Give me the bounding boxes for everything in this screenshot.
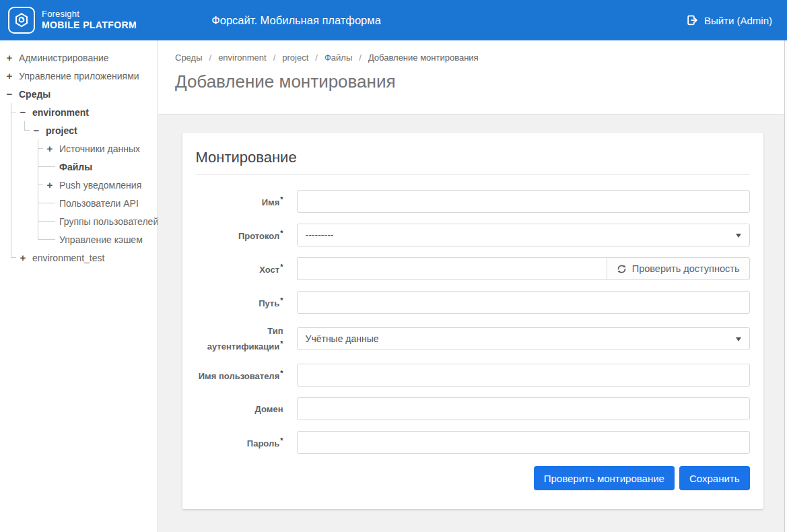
- save-button[interactable]: Сохранить: [679, 466, 750, 490]
- header-bar: Foresight MOBILE PLATFORM Форсайт. Мобил…: [0, 0, 787, 40]
- form-actions: Проверить монтирование Сохранить: [196, 466, 750, 490]
- plus-icon[interactable]: +: [46, 180, 54, 190]
- tree-label[interactable]: Источники данных: [59, 143, 140, 154]
- form-row-username: Имя пользователя*: [196, 364, 750, 387]
- required-marker: *: [280, 339, 283, 347]
- form-row-host: Хост*: [196, 257, 750, 280]
- domain-input[interactable]: [297, 397, 750, 420]
- tree-node-api-users: Пользователи API: [46, 194, 153, 212]
- minus-icon[interactable]: −: [5, 89, 13, 99]
- vertical-scrollbar[interactable]: [784, 40, 787, 532]
- tree-label[interactable]: Среды: [19, 89, 50, 100]
- heading-divider: [196, 174, 750, 175]
- tree-label[interactable]: Файлы: [59, 162, 92, 172]
- required-marker: *: [280, 369, 283, 377]
- auth-type-select-value: Учётные данные: [306, 333, 379, 344]
- tree-label[interactable]: Администрирование: [19, 53, 109, 63]
- logo-line2: MOBILE PLATFORM: [42, 20, 137, 32]
- app-logo[interactable]: Foresight MOBILE PLATFORM: [8, 7, 137, 34]
- plus-icon[interactable]: +: [5, 71, 13, 81]
- dropdown-arrow-icon: [736, 234, 741, 238]
- plus-icon[interactable]: +: [46, 143, 54, 154]
- form-row-protocol: Протокол* ---------: [196, 224, 750, 246]
- host-label: Хост*: [196, 261, 283, 277]
- tree-row-cache-management[interactable]: Управление кэшем: [46, 230, 153, 248]
- auth-type-select[interactable]: Учётные данные: [297, 327, 750, 350]
- foresight-logo-icon: [8, 7, 35, 34]
- main-content: Среды / environment / project / Файлы / …: [158, 40, 787, 532]
- protocol-select-value: ---------: [306, 230, 334, 240]
- form-row-domain: Домен: [196, 397, 750, 420]
- protocol-select[interactable]: ---------: [297, 224, 750, 246]
- breadcrumb-item-files[interactable]: Файлы: [324, 53, 352, 63]
- tree-row-files[interactable]: Файлы: [46, 158, 153, 176]
- tree-label[interactable]: Управление кэшем: [59, 234, 143, 245]
- tree-row-environment-test[interactable]: + environment_test: [19, 248, 153, 267]
- tree-label[interactable]: environment_test: [32, 253, 104, 263]
- tree-node-environment: − environment − project: [19, 103, 153, 248]
- tree-label[interactable]: Push уведомления: [59, 180, 141, 191]
- tree-node-environment-test: + environment_test: [19, 248, 153, 267]
- check-mount-button[interactable]: Проверить монтирование: [534, 466, 675, 490]
- app-window: Foresight MOBILE PLATFORM Форсайт. Мобил…: [0, 0, 787, 532]
- breadcrumb-item-project[interactable]: project: [282, 53, 308, 63]
- name-input[interactable]: [297, 190, 750, 213]
- mount-form-card: Монтирование Имя* Протокол* ---------: [182, 133, 763, 509]
- logout-button[interactable]: Выйти (Admin): [687, 15, 772, 26]
- check-availability-label: Проверить доступность: [632, 263, 740, 274]
- tree-label[interactable]: Пользователи API: [59, 198, 139, 209]
- nav-tree: + Администрирование + Управление приложе…: [0, 40, 158, 267]
- username-input[interactable]: [297, 364, 750, 387]
- form-row-name: Имя*: [196, 190, 750, 213]
- minus-icon[interactable]: −: [19, 107, 27, 117]
- name-label: Имя*: [196, 194, 283, 209]
- tree-label[interactable]: environment: [32, 107, 89, 118]
- breadcrumb-item-current: Добавление монтирования: [368, 53, 479, 63]
- required-marker: *: [280, 436, 283, 444]
- breadcrumb-separator: /: [315, 53, 318, 63]
- check-availability-button[interactable]: Проверить доступность: [607, 257, 750, 280]
- path-input[interactable]: [297, 291, 750, 314]
- minus-icon[interactable]: −: [32, 125, 40, 135]
- app-title: Форсайт. Мобильная платформа: [211, 14, 381, 27]
- tree-label[interactable]: Группы пользователей: [59, 216, 158, 227]
- tree-row-api-users[interactable]: Пользователи API: [46, 194, 153, 212]
- logo-line1: Foresight: [42, 9, 137, 20]
- required-marker: *: [280, 263, 283, 271]
- tree-row-push-notifications[interactable]: + Push уведомления: [46, 176, 153, 194]
- breadcrumb: Среды / environment / project / Файлы / …: [175, 53, 787, 63]
- breadcrumb-separator: /: [359, 53, 362, 63]
- tree-node-push-notifications: + Push уведомления: [46, 176, 153, 194]
- tree-label[interactable]: project: [46, 125, 77, 136]
- tree-row-environment[interactable]: − environment: [19, 103, 153, 121]
- plus-icon[interactable]: +: [5, 53, 13, 63]
- breadcrumb-item-environments[interactable]: Среды: [175, 53, 203, 63]
- username-label: Имя пользователя*: [196, 368, 283, 383]
- tree-row-project[interactable]: − project: [32, 121, 153, 139]
- tree-row-environments[interactable]: − Среды: [5, 85, 153, 103]
- breadcrumb-separator: /: [273, 53, 276, 63]
- tree-node-files: Файлы: [46, 158, 153, 176]
- host-input[interactable]: [297, 257, 607, 280]
- required-marker: *: [280, 229, 283, 237]
- tree-label[interactable]: Управление приложениями: [19, 71, 139, 81]
- breadcrumb-item-environment[interactable]: environment: [218, 53, 267, 63]
- logout-icon: [687, 15, 698, 26]
- password-input[interactable]: [297, 431, 750, 454]
- tree-node-user-groups: Группы пользователей: [46, 212, 153, 230]
- tree-row-data-sources[interactable]: + Источники данных: [46, 139, 153, 158]
- tree-node-app-management: + Управление приложениями: [5, 67, 153, 85]
- tree-row-user-groups[interactable]: Группы пользователей: [46, 212, 153, 230]
- logo-text: Foresight MOBILE PLATFORM: [42, 9, 137, 32]
- auth-type-label: Тип аутентификации*: [196, 325, 283, 353]
- plus-icon[interactable]: +: [19, 253, 27, 263]
- logout-label: Выйти (Admin): [704, 15, 772, 26]
- form-heading: Монтирование: [196, 149, 750, 166]
- tree-node-environments: − Среды − environment − pr: [5, 85, 153, 267]
- tree-row-administration[interactable]: + Администрирование: [5, 48, 153, 67]
- tree-node-administration: + Администрирование: [5, 48, 153, 67]
- form-row-path: Путь*: [196, 291, 750, 314]
- tree-node-project: − project + Источники данных: [32, 121, 153, 248]
- tree-row-app-management[interactable]: + Управление приложениями: [5, 67, 153, 85]
- required-marker: *: [280, 296, 283, 304]
